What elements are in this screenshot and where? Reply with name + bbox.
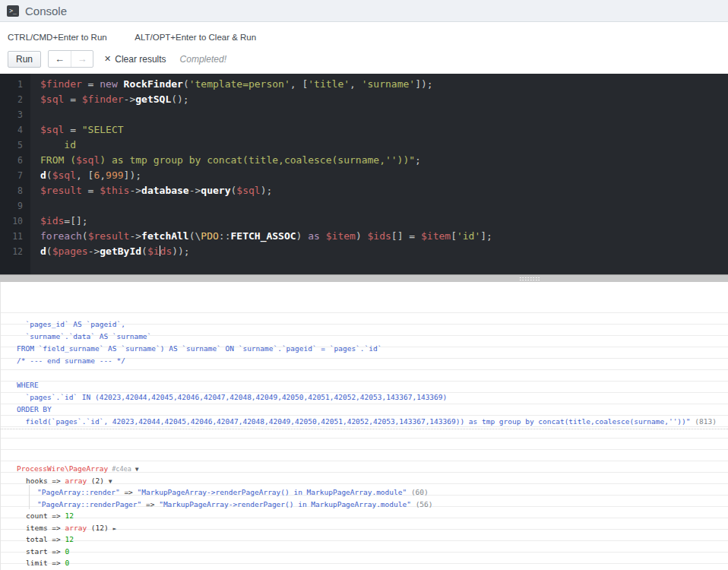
dump-line: total => 12 bbox=[1, 534, 728, 546]
sql-line: `pages_id` AS `pageid`, bbox=[17, 318, 728, 331]
clear-run-shortcut-hint: ALT/OPT+Enter to Clear & Run bbox=[135, 33, 256, 42]
dump-op: => bbox=[48, 559, 65, 567]
sql-dump-block: `pages_id` AS `pageid`, `surname`.`data`… bbox=[1, 315, 728, 429]
dump-key: limit bbox=[26, 559, 48, 567]
sql-line: `surname`.`data` AS `surname` bbox=[17, 331, 728, 343]
dump-key: items bbox=[26, 524, 48, 532]
line-number: 4 bbox=[0, 122, 30, 138]
run-shortcut-hint: CTRL/CMD+Enter to Run bbox=[8, 33, 107, 42]
dump-line: limit => 0 bbox=[1, 557, 728, 569]
editor-resize-bar[interactable] bbox=[0, 274, 728, 282]
line-number: 1 bbox=[0, 77, 30, 92]
dump-line: "PageArray::render" => "MarkupPageArray-… bbox=[1, 486, 728, 499]
dump-str: "MarkupPageArray->renderPageArray() in M… bbox=[138, 488, 407, 496]
sql-line: `pages`.`id` IN (42023,42044,42045,42046… bbox=[17, 391, 728, 404]
line-number: 5 bbox=[0, 138, 30, 153]
code-line-5[interactable]: id bbox=[40, 138, 728, 153]
dump-op: => bbox=[141, 500, 159, 508]
dump-key: hooks bbox=[26, 477, 48, 485]
run-button[interactable]: Run bbox=[8, 51, 41, 68]
shortcut-hints: CTRL/CMD+Enter to Run ALT/OPT+Enter to C… bbox=[0, 22, 728, 42]
dump-str: "MarkupPageArray->renderPager() in Marku… bbox=[159, 500, 411, 508]
pagearray-dump-block: ProcessWire\PageArray #c4ea ▼hooks => ar… bbox=[1, 463, 728, 570]
console-panel-header: >_ Console bbox=[0, 0, 728, 22]
line-number: 8 bbox=[0, 183, 30, 198]
clear-results-label: Clear results bbox=[115, 54, 166, 65]
terminal-icon: >_ bbox=[7, 5, 19, 17]
sql-line bbox=[17, 367, 728, 379]
dump-obj: ProcessWire\PageArray bbox=[17, 464, 108, 473]
dump-op: => bbox=[48, 511, 65, 520]
dump-num: 12 bbox=[65, 535, 74, 543]
line-number: 9 bbox=[0, 198, 30, 214]
code-editor[interactable]: 123456789101112 $finder = new RockFinder… bbox=[0, 74, 728, 274]
dump-num: 0 bbox=[65, 559, 70, 567]
dump-op: => bbox=[48, 535, 65, 543]
toggle-arrow-icon[interactable]: ▼ bbox=[131, 466, 139, 473]
dump-op: => bbox=[120, 488, 138, 496]
history-back-icon[interactable]: ← bbox=[49, 51, 71, 67]
code-line-6[interactable]: FROM ($sql) as tmp group by concat(title… bbox=[40, 153, 728, 168]
dump-line: hooks => array (2) ▼ bbox=[1, 475, 728, 487]
drag-handle-icon[interactable] bbox=[519, 277, 540, 281]
dump-str: "PageArray::render" bbox=[37, 488, 120, 496]
dump-key: start bbox=[26, 547, 48, 556]
dump-hash: #c4ea bbox=[108, 465, 131, 473]
history-forward-icon[interactable]: → bbox=[71, 51, 93, 67]
results-output: `pages_id` AS `pageid`, `surname`.`data`… bbox=[1, 299, 728, 570]
dump-op: (2) bbox=[87, 477, 109, 485]
code-line-9[interactable] bbox=[40, 198, 728, 214]
line-number: 10 bbox=[0, 214, 30, 229]
line-number: 3 bbox=[0, 107, 30, 122]
code-line-11[interactable]: foreach($result->fetchAll(\PDO::FETCH_AS… bbox=[40, 229, 728, 244]
clear-results-button[interactable]: ✕ Clear results bbox=[104, 54, 166, 65]
line-number: 12 bbox=[0, 244, 30, 259]
status-text: Completed! bbox=[180, 54, 226, 65]
sql-line: FROM `field_surname` AS `surname`) AS `s… bbox=[17, 343, 728, 355]
dump-num: 0 bbox=[65, 547, 70, 556]
dump-op: => bbox=[48, 524, 65, 532]
code-line-3[interactable] bbox=[40, 107, 728, 122]
dump-line: start => 0 bbox=[1, 546, 728, 558]
code-line-2[interactable]: $sql = $finder->getSQL(); bbox=[40, 92, 728, 107]
dump-num: 12 bbox=[65, 511, 74, 520]
dump-len: (56) bbox=[411, 500, 433, 508]
dump-line: "PageArray::renderPager" => "MarkupPageA… bbox=[1, 499, 728, 511]
dump-line: items => array (12) ► bbox=[1, 522, 728, 534]
line-number: 7 bbox=[0, 168, 30, 183]
dump-key: total bbox=[26, 535, 48, 543]
toggle-arrow-icon[interactable]: ▼ bbox=[109, 478, 112, 485]
code-line-1[interactable]: $finder = new RockFinder('template=perso… bbox=[40, 77, 728, 92]
sql-line: field(`pages`.`id`, 42023,42044,42045,42… bbox=[17, 416, 728, 428]
string-length: (813) bbox=[691, 417, 717, 426]
editor-gutter: 123456789101112 bbox=[0, 74, 30, 274]
dump-op: => bbox=[48, 477, 65, 485]
sql-line: /* --- end surname --- */ bbox=[17, 355, 728, 367]
code-line-12[interactable]: d($pages->getById($ids)); bbox=[40, 244, 728, 259]
dump-arr: array bbox=[65, 477, 87, 485]
sql-line: WHERE bbox=[17, 379, 728, 391]
line-number: 6 bbox=[0, 153, 30, 168]
line-number: 11 bbox=[0, 229, 30, 244]
code-line-7[interactable]: d($sql, [6,999]); bbox=[40, 168, 728, 183]
dump-len: (60) bbox=[407, 488, 429, 496]
code-line-4[interactable]: $sql = "SELECT bbox=[40, 122, 728, 138]
dump-line: ProcessWire\PageArray #c4ea ▼ bbox=[1, 463, 728, 475]
toggle-arrow-icon[interactable]: ► bbox=[112, 525, 116, 532]
console-toolbar: Run ← → ✕ Clear results Completed! bbox=[8, 50, 728, 68]
results-panel: `pages_id` AS `pageid`, `surname`.`data`… bbox=[0, 282, 728, 570]
code-line-10[interactable]: $ids=[]; bbox=[40, 214, 728, 229]
line-number: 2 bbox=[0, 92, 30, 107]
panel-title: Console bbox=[25, 5, 67, 17]
dump-str: "PageArray::renderPager" bbox=[37, 500, 141, 508]
dump-op: (12) bbox=[87, 524, 112, 532]
dump-key: count bbox=[26, 511, 48, 520]
clear-x-icon: ✕ bbox=[104, 54, 111, 64]
sql-line: ORDER BY bbox=[17, 404, 728, 416]
dump-line: count => 12 bbox=[1, 510, 728, 522]
dump-arr: array bbox=[65, 524, 87, 532]
dump-op: => bbox=[48, 547, 65, 556]
code-line-8[interactable]: $result = $this->database->query($sql); bbox=[40, 183, 728, 198]
history-nav-group: ← → bbox=[48, 50, 93, 68]
editor-code[interactable]: $finder = new RockFinder('template=perso… bbox=[30, 74, 728, 274]
